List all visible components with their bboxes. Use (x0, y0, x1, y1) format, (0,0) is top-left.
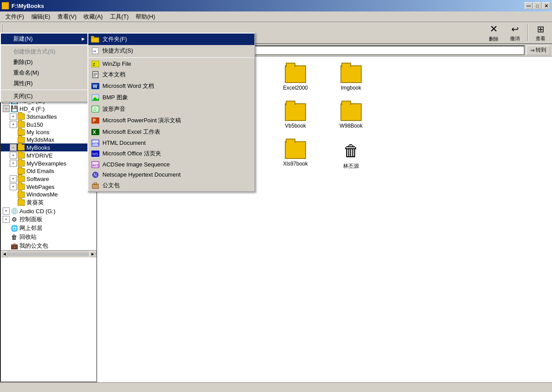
tree-item-huangkuiying[interactable]: 黄葵英 (1, 198, 96, 207)
tree-item-hd4[interactable]: − 💾 HD_4 (F:) (1, 105, 96, 113)
file-item-imgbook[interactable]: Imgbook (327, 64, 375, 94)
html-icon: HTML (91, 139, 100, 147)
svg-text:HTML: HTML (92, 142, 99, 146)
expand-hd4[interactable]: − (3, 105, 10, 112)
tree-item-3dsmax[interactable]: + 3dsmaxfiles (1, 113, 96, 121)
svg-rect-0 (91, 38, 99, 42)
file-submenu-bmp[interactable]: BMP 图象 (88, 92, 254, 103)
file-submenu-html[interactable]: HTML HTML Document (88, 138, 254, 148)
menu-favorites[interactable]: 收藏(A) (80, 12, 106, 22)
scroll-right-btn[interactable]: ▶ (89, 251, 96, 257)
new-menu-item-rename[interactable]: 重命名(M) (1, 68, 87, 78)
expand-bu150[interactable]: + (10, 121, 17, 128)
go-button[interactable]: ⇒ 转到 (526, 45, 550, 55)
tree-item-mydrive[interactable]: + MYDRIVE (1, 151, 96, 159)
expand-myvb[interactable]: + (10, 160, 17, 167)
file-submenu-excel[interactable]: X Microsoft Excel 工作表 (88, 126, 254, 138)
file-submenu-winzip[interactable]: Z WinZip File (88, 59, 254, 69)
file-item-w98book[interactable]: W98Book (327, 102, 375, 132)
delete-label: 删除(D) (13, 58, 33, 66)
sound-submenu-label: 波形声音 (102, 105, 125, 113)
tree-item-controlpanel[interactable]: + ⚙ 控制面板 (1, 215, 96, 224)
trash-icon-linpiyuan: 🗑 (342, 141, 360, 161)
go-label: 转到 (536, 46, 546, 54)
menu-file[interactable]: 文件(F) (2, 12, 28, 22)
file-submenu-folder[interactable]: 文件夹(F) (88, 34, 254, 45)
view-icon: ⊞ (537, 24, 544, 34)
file-submenu-shortcut[interactable]: ⇒ 快捷方式(S) (88, 45, 254, 57)
tree-item-webpages[interactable]: + WebPages (1, 183, 96, 191)
scroll-left-btn[interactable]: ◀ (1, 251, 8, 257)
file-submenu-text[interactable]: 文本文档 (88, 69, 254, 80)
tree-label-windowsme: WindowsMe (26, 191, 58, 198)
undo-label: 撤消 (510, 35, 520, 42)
folder-submenu-label: 文件夹(F) (102, 35, 127, 43)
maximize-button[interactable]: □ (533, 2, 541, 9)
new-menu-item-new[interactable]: 新建(N) (1, 34, 87, 44)
recycle-icon: 🗑 (11, 234, 18, 241)
expand-webpages[interactable]: + (10, 183, 17, 190)
file-label-vb5book: Vb5book (285, 123, 306, 129)
file-item-excel2000[interactable]: Excel2000 (271, 64, 320, 94)
file-submenu-office[interactable]: MS Microsoft Office 活页夹 (88, 148, 254, 159)
tree-item-myicons[interactable]: My Icons (1, 128, 96, 136)
tree-item-network[interactable]: 🌐 网上邻居 (1, 224, 96, 233)
file-submenu-acdsee[interactable]: ACD ACDSee Image Sequence (88, 159, 254, 170)
folder-icon-oldemails (18, 168, 25, 174)
tree-item-software[interactable]: + Software (1, 175, 96, 183)
file-item-linpiyuan[interactable]: 🗑 林丕源 (327, 139, 375, 172)
file-submenu-netscape[interactable]: N Netscape Hypertext Document (88, 170, 254, 180)
menu-help[interactable]: 帮助(H) (132, 12, 159, 22)
close-button[interactable]: ✕ (542, 2, 550, 9)
tree-item-bu150[interactable]: + Bu150 (1, 121, 96, 128)
file-item-xls97book[interactable]: Xls97book (271, 139, 320, 172)
netscape-icon: N (91, 171, 100, 178)
ppt-submenu-label: Microsoft PowerPoint 演示文稿 (102, 117, 181, 124)
minimize-button[interactable]: — (525, 2, 533, 9)
toolbar-sep-2 (527, 24, 528, 41)
new-menu-item-properties[interactable]: 属性(R) (1, 78, 87, 89)
delete-icon: ✕ (490, 23, 498, 35)
tree-item-audiocd[interactable]: + 💿 Audio CD (G:) (1, 207, 96, 215)
tree-label-briefcase: 我的公文包 (19, 242, 48, 250)
svg-text:P: P (93, 118, 96, 123)
file-submenu-ppt[interactable]: P Microsoft PowerPoint 演示文稿 (88, 115, 254, 126)
new-menu-item-delete[interactable]: 删除(D) (1, 57, 87, 68)
rename-label: 重命名(M) (13, 69, 39, 77)
new-menu-item-shortcut[interactable]: 创建快捷方式(S) (1, 46, 87, 57)
file-submenu-briefcase[interactable]: 公文包 (88, 180, 254, 191)
view-button[interactable]: ⊞ 查看 (531, 23, 550, 42)
tree-hscrollbar[interactable]: ◀ ▶ (1, 250, 96, 257)
tree-item-windowsme[interactable]: WindowsMe (1, 191, 96, 198)
file-submenu-word[interactable]: W Microsoft Word 文档 (88, 80, 254, 92)
tree-item-myvb[interactable]: + MyVBexamples (1, 159, 96, 167)
expand-3dsmax[interactable]: + (10, 113, 17, 120)
undo-icon: ↩ (511, 24, 519, 34)
tree-item-oldemails[interactable]: Old Emails (1, 167, 96, 175)
file-submenu-sound[interactable]: ♫ 波形声音 (88, 103, 254, 115)
tree-item-recycle[interactable]: 🗑 回收站 (1, 233, 96, 241)
tree-item-my3dsmax[interactable]: My3dsMax (1, 136, 96, 143)
svg-text:X: X (93, 129, 96, 135)
expand-controlpanel[interactable]: + (3, 216, 10, 223)
bmp-icon (91, 94, 100, 101)
new-menu-item-close[interactable]: 关闭(C) (1, 91, 87, 102)
expand-mydrive[interactable]: + (10, 152, 17, 159)
menu-view[interactable]: 查看(V) (54, 12, 80, 22)
tree-item-briefcase[interactable]: 💼 我的公文包 (1, 241, 96, 250)
expand-software[interactable]: + (10, 175, 17, 182)
svg-rect-1 (91, 36, 94, 38)
new-menu-sep-2 (1, 90, 87, 90)
expand-audiocd[interactable]: + (3, 207, 10, 215)
bmp-submenu-label: BMP 图象 (102, 94, 128, 102)
tree-item-mybooks[interactable]: − MyBooks (1, 143, 96, 151)
expand-mybooks[interactable]: − (10, 144, 17, 151)
svg-text:W: W (93, 83, 98, 89)
undo-button[interactable]: ↩ 撤消 (505, 23, 525, 42)
delete-button[interactable]: ✕ 删除 (484, 23, 503, 42)
folder-icon-imgbook (340, 65, 362, 83)
html-submenu-label: HTML Document (102, 139, 146, 146)
file-item-vb5book[interactable]: Vb5book (271, 102, 320, 132)
menu-tools[interactable]: 工具(T) (106, 12, 132, 22)
menu-edit[interactable]: 编辑(E) (28, 12, 54, 22)
